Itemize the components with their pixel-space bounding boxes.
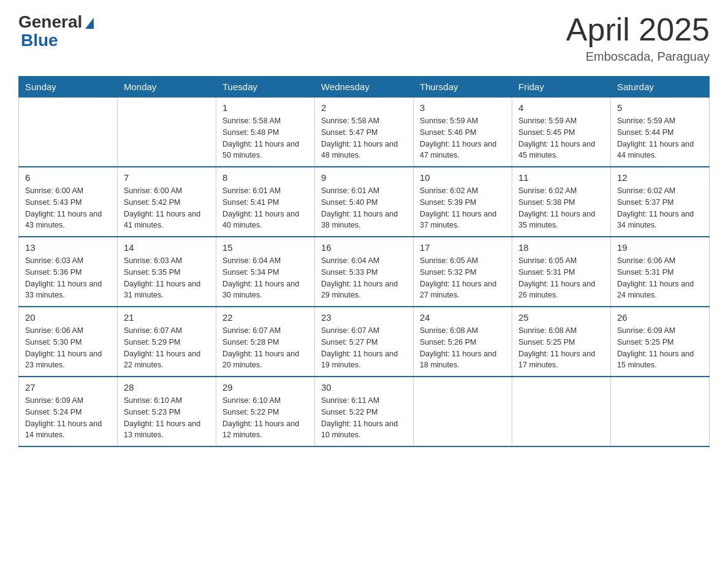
- day-number: 14: [124, 242, 210, 253]
- calendar-cell: 15Sunrise: 6:04 AMSunset: 5:34 PMDayligh…: [216, 237, 315, 307]
- calendar-cell: 12Sunrise: 6:02 AMSunset: 5:37 PMDayligh…: [611, 167, 710, 237]
- calendar-cell: [512, 377, 611, 446]
- day-info: Sunrise: 6:06 AMSunset: 5:30 PMDaylight:…: [25, 325, 111, 371]
- day-number: 1: [222, 102, 308, 113]
- day-number: 17: [420, 242, 506, 253]
- calendar-cell: [414, 377, 512, 446]
- page-header: General Blue April 2025 Emboscada, Parag…: [18, 12, 710, 64]
- calendar-cell: 10Sunrise: 6:02 AMSunset: 5:39 PMDayligh…: [414, 167, 512, 237]
- weekday-header-saturday: Saturday: [611, 77, 710, 98]
- day-number: 8: [222, 172, 308, 183]
- weekday-header-tuesday: Tuesday: [216, 77, 315, 98]
- calendar-cell: 8Sunrise: 6:01 AMSunset: 5:41 PMDaylight…: [216, 167, 315, 237]
- day-number: 16: [321, 242, 407, 253]
- calendar-cell: [19, 98, 118, 167]
- day-info: Sunrise: 6:00 AMSunset: 5:43 PMDaylight:…: [25, 185, 111, 231]
- logo: General Blue: [18, 12, 94, 50]
- calendar-week-row: 6Sunrise: 6:00 AMSunset: 5:43 PMDaylight…: [19, 167, 710, 237]
- day-number: 5: [617, 102, 703, 113]
- logo-blue-text: Blue: [21, 31, 58, 50]
- day-info: Sunrise: 6:11 AMSunset: 5:22 PMDaylight:…: [321, 395, 407, 441]
- calendar-cell: 23Sunrise: 6:07 AMSunset: 5:27 PMDayligh…: [315, 307, 414, 377]
- weekday-header-thursday: Thursday: [414, 77, 512, 98]
- weekday-header-wednesday: Wednesday: [315, 77, 414, 98]
- day-number: 28: [124, 382, 210, 393]
- calendar-cell: 25Sunrise: 6:08 AMSunset: 5:25 PMDayligh…: [512, 307, 611, 377]
- weekday-header-row: SundayMondayTuesdayWednesdayThursdayFrid…: [19, 77, 710, 98]
- day-info: Sunrise: 6:10 AMSunset: 5:22 PMDaylight:…: [222, 395, 308, 441]
- location-label: Emboscada, Paraguay: [566, 50, 710, 64]
- calendar-cell: 27Sunrise: 6:09 AMSunset: 5:24 PMDayligh…: [19, 377, 118, 446]
- calendar-cell: 13Sunrise: 6:03 AMSunset: 5:36 PMDayligh…: [19, 237, 118, 307]
- day-info: Sunrise: 5:58 AMSunset: 5:47 PMDaylight:…: [321, 115, 407, 161]
- day-info: Sunrise: 5:59 AMSunset: 5:44 PMDaylight:…: [617, 115, 703, 161]
- day-number: 25: [518, 312, 604, 323]
- calendar-cell: 18Sunrise: 6:05 AMSunset: 5:31 PMDayligh…: [512, 237, 611, 307]
- day-info: Sunrise: 6:10 AMSunset: 5:23 PMDaylight:…: [124, 395, 210, 441]
- day-number: 18: [518, 242, 604, 253]
- day-info: Sunrise: 5:59 AMSunset: 5:45 PMDaylight:…: [518, 115, 604, 161]
- calendar-cell: 30Sunrise: 6:11 AMSunset: 5:22 PMDayligh…: [315, 377, 414, 446]
- day-info: Sunrise: 6:05 AMSunset: 5:32 PMDaylight:…: [420, 255, 506, 301]
- day-info: Sunrise: 6:03 AMSunset: 5:35 PMDaylight:…: [124, 255, 210, 301]
- day-number: 9: [321, 172, 407, 183]
- day-number: 11: [518, 172, 604, 183]
- day-number: 22: [222, 312, 308, 323]
- calendar-cell: 29Sunrise: 6:10 AMSunset: 5:22 PMDayligh…: [216, 377, 315, 446]
- calendar-cell: 21Sunrise: 6:07 AMSunset: 5:29 PMDayligh…: [118, 307, 216, 377]
- calendar-week-row: 1Sunrise: 5:58 AMSunset: 5:48 PMDaylight…: [19, 98, 710, 167]
- day-number: 4: [518, 102, 604, 113]
- day-number: 10: [420, 172, 506, 183]
- weekday-header-monday: Monday: [118, 77, 216, 98]
- calendar-cell: 11Sunrise: 6:02 AMSunset: 5:38 PMDayligh…: [512, 167, 611, 237]
- day-info: Sunrise: 5:59 AMSunset: 5:46 PMDaylight:…: [420, 115, 506, 161]
- day-info: Sunrise: 5:58 AMSunset: 5:48 PMDaylight:…: [222, 115, 308, 161]
- day-info: Sunrise: 6:04 AMSunset: 5:34 PMDaylight:…: [222, 255, 308, 301]
- calendar-cell: 20Sunrise: 6:06 AMSunset: 5:30 PMDayligh…: [19, 307, 118, 377]
- calendar-cell: 3Sunrise: 5:59 AMSunset: 5:46 PMDaylight…: [414, 98, 512, 167]
- day-info: Sunrise: 6:02 AMSunset: 5:38 PMDaylight:…: [518, 185, 604, 231]
- day-number: 23: [321, 312, 407, 323]
- calendar-week-row: 27Sunrise: 6:09 AMSunset: 5:24 PMDayligh…: [19, 377, 710, 446]
- calendar-cell: 26Sunrise: 6:09 AMSunset: 5:25 PMDayligh…: [611, 307, 710, 377]
- weekday-header-friday: Friday: [512, 77, 611, 98]
- weekday-header-sunday: Sunday: [19, 77, 118, 98]
- day-number: 19: [617, 242, 703, 253]
- day-info: Sunrise: 6:06 AMSunset: 5:31 PMDaylight:…: [617, 255, 703, 301]
- day-info: Sunrise: 6:07 AMSunset: 5:27 PMDaylight:…: [321, 325, 407, 371]
- month-title: April 2025: [566, 12, 710, 47]
- calendar-cell: 19Sunrise: 6:06 AMSunset: 5:31 PMDayligh…: [611, 237, 710, 307]
- calendar-cell: 17Sunrise: 6:05 AMSunset: 5:32 PMDayligh…: [414, 237, 512, 307]
- day-info: Sunrise: 6:09 AMSunset: 5:24 PMDaylight:…: [25, 395, 111, 441]
- day-info: Sunrise: 6:09 AMSunset: 5:25 PMDaylight:…: [617, 325, 703, 371]
- day-number: 2: [321, 102, 407, 113]
- calendar-cell: 22Sunrise: 6:07 AMSunset: 5:28 PMDayligh…: [216, 307, 315, 377]
- day-number: 26: [617, 312, 703, 323]
- day-info: Sunrise: 6:05 AMSunset: 5:31 PMDaylight:…: [518, 255, 604, 301]
- day-number: 15: [222, 242, 308, 253]
- day-info: Sunrise: 6:02 AMSunset: 5:39 PMDaylight:…: [420, 185, 506, 231]
- calendar-cell: 14Sunrise: 6:03 AMSunset: 5:35 PMDayligh…: [118, 237, 216, 307]
- calendar-cell: 6Sunrise: 6:00 AMSunset: 5:43 PMDaylight…: [19, 167, 118, 237]
- day-number: 13: [25, 242, 111, 253]
- day-info: Sunrise: 6:04 AMSunset: 5:33 PMDaylight:…: [321, 255, 407, 301]
- day-number: 7: [124, 172, 210, 183]
- day-number: 20: [25, 312, 111, 323]
- day-number: 12: [617, 172, 703, 183]
- calendar-cell: 24Sunrise: 6:08 AMSunset: 5:26 PMDayligh…: [414, 307, 512, 377]
- calendar-cell: 2Sunrise: 5:58 AMSunset: 5:47 PMDaylight…: [315, 98, 414, 167]
- calendar-cell: 28Sunrise: 6:10 AMSunset: 5:23 PMDayligh…: [118, 377, 216, 446]
- calendar-cell: 5Sunrise: 5:59 AMSunset: 5:44 PMDaylight…: [611, 98, 710, 167]
- calendar-cell: 9Sunrise: 6:01 AMSunset: 5:40 PMDaylight…: [315, 167, 414, 237]
- calendar-table: SundayMondayTuesdayWednesdayThursdayFrid…: [18, 76, 710, 447]
- day-number: 24: [420, 312, 506, 323]
- day-info: Sunrise: 6:02 AMSunset: 5:37 PMDaylight:…: [617, 185, 703, 231]
- day-info: Sunrise: 6:07 AMSunset: 5:29 PMDaylight:…: [124, 325, 210, 371]
- logo-triangle-icon: [85, 18, 94, 29]
- day-info: Sunrise: 6:03 AMSunset: 5:36 PMDaylight:…: [25, 255, 111, 301]
- day-number: 27: [25, 382, 111, 393]
- calendar-cell: 1Sunrise: 5:58 AMSunset: 5:48 PMDaylight…: [216, 98, 315, 167]
- day-number: 6: [25, 172, 111, 183]
- calendar-cell: 7Sunrise: 6:00 AMSunset: 5:42 PMDaylight…: [118, 167, 216, 237]
- calendar-week-row: 20Sunrise: 6:06 AMSunset: 5:30 PMDayligh…: [19, 307, 710, 377]
